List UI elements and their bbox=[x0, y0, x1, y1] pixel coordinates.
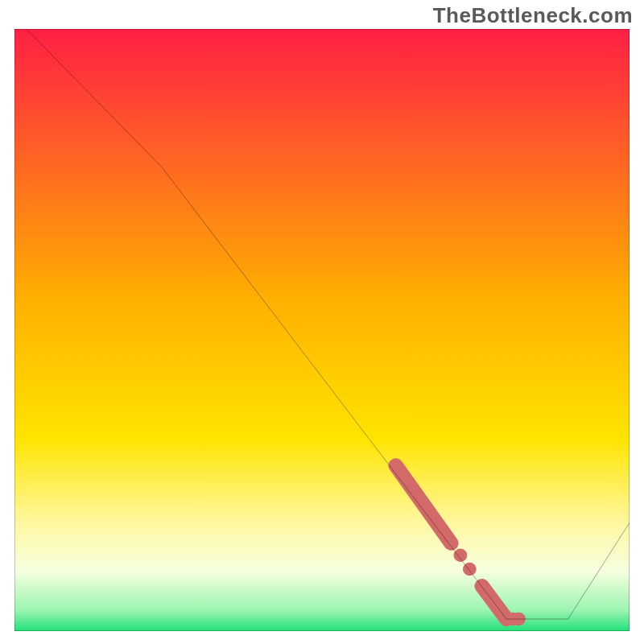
watermark-text: TheBottleneck.com bbox=[433, 3, 633, 28]
highlight-dot bbox=[453, 549, 467, 562]
chart-plot bbox=[14, 29, 630, 631]
chart-frame: TheBottleneck.com bbox=[0, 0, 644, 644]
chart-background bbox=[14, 29, 630, 631]
chart-svg bbox=[14, 29, 630, 631]
